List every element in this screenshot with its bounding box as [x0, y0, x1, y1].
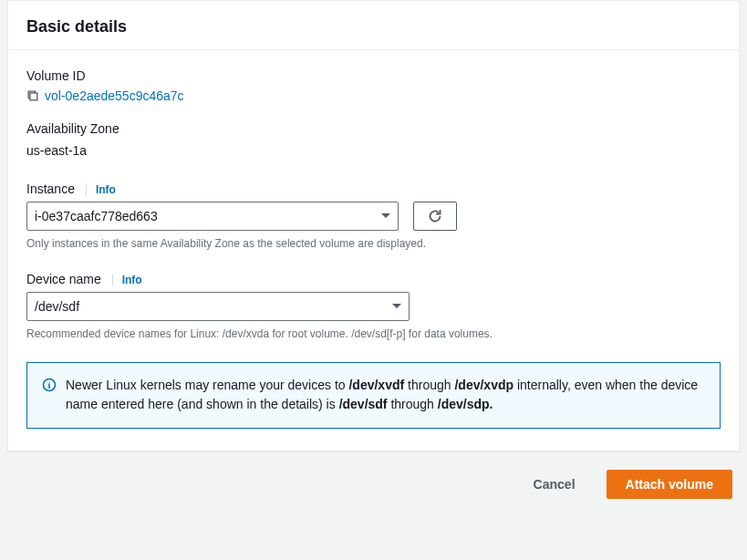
instance-label-row: Instance Info	[26, 181, 721, 196]
device-label-row: Device name Info	[26, 272, 721, 286]
alert-b2: /dev/xvdp	[454, 378, 514, 392]
attach-volume-button[interactable]: Attach volume	[607, 470, 732, 499]
volume-id-value-row: vol-0e2aede55c9c46a7c	[26, 88, 721, 103]
device-info-link[interactable]: Info	[112, 274, 142, 286]
instance-hint: Only instances in the same Availability …	[26, 236, 721, 252]
panel-header: Basic details	[8, 1, 739, 50]
footer: Cancel Attach volume	[0, 451, 747, 517]
az-label: Availability Zone	[26, 121, 721, 136]
instance-select-wrap: i-0e37caafc778ed663	[26, 202, 399, 231]
alert-p2: through	[404, 378, 454, 392]
cancel-button[interactable]: Cancel	[515, 470, 594, 499]
instance-control-row: i-0e37caafc778ed663	[26, 202, 721, 231]
alert-b4: /dev/sdp.	[438, 397, 493, 411]
refresh-icon	[428, 209, 442, 223]
alert-text: Newer Linux kernels may rename your devi…	[66, 376, 705, 415]
info-alert: Newer Linux kernels may rename your devi…	[26, 362, 721, 429]
device-select[interactable]: /dev/sdf	[26, 292, 410, 321]
instance-info-link[interactable]: Info	[86, 183, 116, 196]
volume-id-field: Volume ID vol-0e2aede55c9c46a7c	[26, 68, 721, 103]
alert-b1: /dev/xvdf	[348, 378, 404, 392]
device-hint: Recommended device names for Linux: /dev…	[26, 327, 721, 342]
instance-label: Instance	[26, 181, 75, 196]
volume-id-label: Volume ID	[26, 68, 721, 83]
refresh-button[interactable]	[413, 202, 457, 231]
instance-field: Instance Info i-0e37caafc778ed663 On	[26, 181, 721, 252]
svg-point-3	[48, 381, 49, 382]
copy-icon[interactable]	[26, 89, 39, 102]
instance-select[interactable]: i-0e37caafc778ed663	[26, 202, 399, 231]
panel-body: Volume ID vol-0e2aede55c9c46a7c Availabi…	[8, 50, 739, 451]
device-field: Device name Info /dev/sdf Recommended de…	[26, 272, 721, 342]
device-select-wrap: /dev/sdf	[26, 292, 410, 321]
alert-b3: /dev/sdf	[339, 397, 388, 411]
az-value: us-east-1a	[26, 143, 721, 158]
panel-title: Basic details	[26, 17, 721, 36]
info-icon	[42, 378, 57, 392]
svg-rect-0	[30, 93, 37, 100]
az-field: Availability Zone us-east-1a	[26, 121, 721, 158]
alert-p1: Newer Linux kernels may rename your devi…	[66, 378, 348, 392]
volume-id-link[interactable]: vol-0e2aede55c9c46a7c	[45, 88, 184, 103]
basic-details-panel: Basic details Volume ID vol-0e2aede55c9c…	[7, 0, 740, 451]
device-label: Device name	[26, 272, 101, 286]
alert-p4: through	[388, 397, 438, 411]
